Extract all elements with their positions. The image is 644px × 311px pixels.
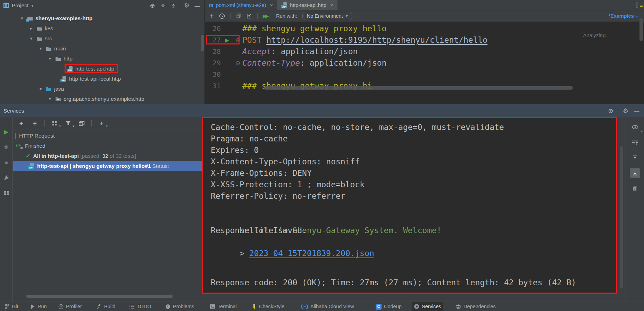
preview-eye-icon[interactable]: ▾ [630, 122, 640, 132]
http-method[interactable]: POST [242, 34, 266, 46]
header-name[interactable]: Accept [242, 46, 271, 57]
tree-item-label[interactable]: shenyu-examples-http [35, 15, 93, 22]
wrench-icon[interactable] [3, 174, 10, 181]
close-icon[interactable]: × [330, 2, 333, 8]
statusbar-run[interactable]: Run [28, 302, 49, 311]
code-line-29[interactable]: 29 ⊖ Content-Type: application/json [205, 57, 644, 69]
add-service-icon[interactable]: + ▾ [98, 120, 105, 127]
environment-select[interactable]: No Environment ▾ [302, 12, 352, 20]
copy-icon[interactable] [236, 13, 241, 19]
filter-icon[interactable]: ▾ [64, 120, 72, 127]
expand-all-icon[interactable] [17, 120, 25, 127]
tree-item-http-test-api[interactable]: API http-test-api.http [0, 64, 204, 74]
tab-label[interactable]: pom.xml (shenyu-e2e) [216, 2, 266, 8]
statusbar-item-label[interactable]: Build [104, 304, 115, 309]
response-file-link[interactable]: 2023-04-15T201839.200.json [249, 249, 374, 258]
statusbar-problems[interactable]: Problems [163, 302, 196, 311]
project-scrollbar[interactable] [201, 35, 204, 51]
tab-label[interactable]: http-test-api.http [290, 2, 326, 8]
suite-name[interactable]: All in http-test-api [33, 153, 79, 159]
code-line-28[interactable]: 28 Accept: application/json [205, 46, 644, 57]
console-vertical-scrollbar[interactable] [620, 146, 623, 288]
tree-item-project-root[interactable]: ▾ shenyu-examples-http [0, 13, 204, 23]
examples-dropdown[interactable]: *Examples ⌄ [609, 13, 639, 19]
test-case-name[interactable]: http-test-api | shengyu getway proxy hel… [37, 163, 151, 169]
scroll-to-top-icon[interactable] [630, 153, 640, 163]
chevron-down-icon[interactable]: ▾ [38, 86, 43, 91]
hide-panel-icon[interactable]: — [193, 2, 201, 9]
editor-horizontal-scrollbar[interactable] [264, 86, 573, 90]
stop-icon[interactable]: ■ [3, 159, 10, 166]
rerun-icon[interactable]: ⟳ [16, 143, 22, 149]
request-comment[interactable]: ### shengyu getway proxy hello [242, 23, 386, 34]
header-value[interactable]: : application/json [271, 46, 358, 57]
tree-item-label[interactable]: http-test-api-local.http [69, 76, 121, 82]
locate-file-icon[interactable]: ⊕ [149, 2, 156, 9]
statusbar-item-label[interactable]: Run [37, 304, 47, 309]
statusbar-checkstyle[interactable]: CheckStyle [250, 302, 286, 311]
tree-item-label[interactable]: http [64, 56, 73, 62]
test-case-row-selected[interactable]: API http-test-api | shengyu getway proxy… [13, 161, 202, 171]
code-line-27[interactable]: 27 ▶ ⊖ POST http://localhost:9195/http/s… [205, 34, 644, 46]
tab-options-more-icon[interactable]: ⋮ [630, 0, 644, 10]
tree-item-label[interactable]: http-test-api.http [75, 66, 114, 72]
services-title[interactable]: Services [3, 108, 24, 114]
code-line-30[interactable]: 30 [205, 69, 644, 80]
statusbar-item-label[interactable]: Git [12, 304, 18, 309]
scroll-to-end-icon[interactable] [630, 168, 640, 178]
chevron-down-icon[interactable]: ▾ [47, 56, 53, 61]
tree-item-main[interactable]: ▾ main [0, 43, 204, 54]
header-value[interactable]: : application/json [300, 57, 386, 69]
response-console[interactable]: Cache-Control: no-cache, no-store, max-a… [202, 117, 617, 294]
chevron-down-icon[interactable]: ▾ [38, 46, 43, 51]
statusbar-profiler[interactable]: Profiler [56, 302, 84, 311]
service-node-finished[interactable]: ⟳ Finished [13, 141, 202, 151]
tree-item-http[interactable]: ▾ http [0, 54, 204, 64]
expand-all-icon[interactable] [159, 2, 167, 9]
add-request-icon[interactable]: + [210, 12, 214, 20]
statusbar-dependencies[interactable]: Dependencies [453, 302, 498, 311]
statusbar-item-label[interactable]: Dependencies [463, 304, 496, 309]
settings-gear-icon[interactable]: ⚙ [183, 2, 191, 9]
tab-http-test-api[interactable]: API http-test-api.http × [277, 0, 337, 10]
tree-item-k8s[interactable]: ▸ k8s [0, 23, 204, 33]
run-icon[interactable]: ▶ [3, 128, 10, 135]
tab-pom-xml[interactable]: m pom.xml (shenyu-e2e) × [205, 0, 277, 10]
service-status-label[interactable]: Finished [25, 143, 45, 149]
locate-icon[interactable]: ⊕ [607, 107, 614, 115]
statusbar-build[interactable]: Build [94, 302, 117, 311]
statusbar-item-label[interactable]: TODO [137, 304, 151, 309]
chevron-down-icon[interactable]: ▾ [47, 96, 53, 101]
editor-vertical-scrollbar[interactable] [639, 18, 643, 41]
project-panel-title[interactable]: Project [12, 2, 28, 9]
copy-icon[interactable] [630, 183, 640, 194]
statusbar-alibaba-cloud-view[interactable]: Alibaba Cloud View [299, 302, 356, 311]
statusbar-item-label[interactable]: CheckStyle [259, 304, 284, 309]
statusbar-terminal[interactable]: Terminal [208, 302, 239, 311]
service-node-http-request[interactable]: HTTP Request [13, 131, 202, 141]
group-by-icon[interactable]: ▾ [51, 120, 58, 127]
history-clock-icon[interactable] [219, 13, 225, 19]
statusbar-item-label[interactable]: Codeup [384, 304, 402, 309]
open-in-new-frame-icon[interactable] [78, 120, 85, 127]
tree-item-java[interactable]: ▾ java [0, 84, 204, 94]
close-icon[interactable]: × [270, 2, 273, 8]
request-url[interactable]: http://localhost:9195/http/shenyu/client… [266, 34, 487, 46]
code-area[interactable]: 26 ### shengyu getway proxy hello 27 ▶ ⊖… [205, 22, 644, 92]
hide-panel-icon[interactable]: — [633, 107, 641, 115]
service-label[interactable]: HTTP Request [19, 133, 55, 139]
code-line-26[interactable]: 26 ### shengyu getway proxy hello [205, 23, 644, 34]
statusbar-item-label[interactable]: Alibaba Cloud View [310, 304, 354, 309]
debug-bug-icon[interactable] [3, 144, 10, 150]
project-title-caret-icon[interactable]: ▾ [31, 3, 33, 8]
chevron-right-icon[interactable]: ▸ [28, 26, 34, 31]
chevron-down-icon[interactable]: ▾ [28, 36, 34, 41]
import-log-icon[interactable] [246, 13, 252, 19]
statusbar-item-label[interactable]: Services [422, 304, 441, 309]
collapse-all-icon[interactable] [31, 120, 39, 127]
tree-item-label[interactable]: org.apache.shenyu.examples.http [64, 96, 144, 102]
settings-gear-icon[interactable]: ⚙ [622, 107, 629, 115]
statusbar-item-label[interactable]: Terminal [218, 304, 237, 309]
tree-item-label[interactable]: src [45, 35, 52, 42]
statusbar-item-label[interactable]: Problems [173, 304, 194, 309]
